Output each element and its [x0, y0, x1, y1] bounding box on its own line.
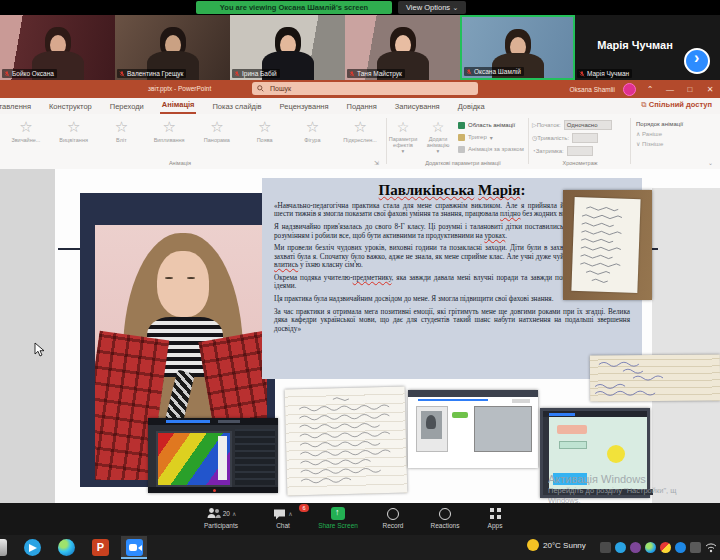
- network-wifi-icon[interactable]: [705, 542, 717, 553]
- record-button[interactable]: Record: [371, 506, 415, 529]
- video-tile[interactable]: Валентина Грещук: [115, 15, 230, 80]
- zoom-app-icon[interactable]: [126, 539, 143, 556]
- participant-name-tag: Бойко Оксана: [2, 69, 57, 78]
- tab-review[interactable]: Рецензування: [278, 102, 331, 111]
- bluetooth-tray-icon[interactable]: [675, 542, 686, 553]
- battery-tray-icon[interactable]: [690, 542, 701, 553]
- video-tile[interactable]: Таня Майструк: [345, 15, 460, 80]
- screenshot-interactive-board[interactable]: [540, 408, 650, 498]
- view-options-label: View Options: [406, 3, 450, 12]
- account-avatar[interactable]: [623, 83, 636, 96]
- reorder-header: Порядок анімації: [636, 119, 716, 129]
- antivirus-tray-icon[interactable]: [660, 542, 671, 553]
- trigger-icon: [458, 134, 465, 141]
- tray-overflow-icon[interactable]: [600, 542, 611, 553]
- titlebar-right: Oksana Shamlii: [569, 80, 716, 98]
- ribbon-tab-bar: Вставлення Конструктор Переходи Анімація…: [0, 98, 720, 115]
- participants-strip: Бойко Оксана Валентина Грещук Ірина Бабі…: [0, 15, 720, 80]
- star-icon: [289, 117, 337, 137]
- animation-style[interactable]: Вліт: [98, 117, 146, 153]
- animation-style[interactable]: Поява: [241, 117, 289, 153]
- painter-icon: [458, 146, 465, 153]
- search-box[interactable]: Пошук: [252, 82, 478, 95]
- video-tile[interactable]: Ірина Бабій: [230, 15, 345, 80]
- animation-style[interactable]: Вицвітання: [50, 117, 98, 153]
- participants-panel-thumbnail: [235, 429, 275, 485]
- video-tile[interactable]: Бойко Оксана: [0, 15, 115, 80]
- tab-view[interactable]: Подання: [345, 102, 379, 111]
- close-button[interactable]: [704, 85, 716, 94]
- share-button[interactable]: Спільний доступ: [641, 100, 712, 110]
- group-label-advanced: Додаткові параметри анімації: [400, 160, 526, 166]
- add-animation-button[interactable]: Додати анімацію▾: [420, 118, 456, 154]
- powerpoint-icon[interactable]: P: [92, 539, 109, 556]
- animation-style[interactable]: Випливання: [145, 117, 193, 153]
- sun-icon: [527, 539, 539, 551]
- chat-badge: 6: [299, 504, 309, 512]
- tab-insert[interactable]: Вставлення: [0, 102, 33, 111]
- animation-style[interactable]: Панорама: [193, 117, 241, 153]
- edge-tray-icon[interactable]: [645, 542, 656, 553]
- participants-count: 20: [223, 510, 230, 517]
- animation-style[interactable]: Підкреслен...: [336, 117, 384, 153]
- animation-gallery: Звичайне... Вицвітання Вліт Випливання П…: [2, 117, 384, 153]
- tab-transitions[interactable]: Переходи: [108, 102, 146, 111]
- move-later-button[interactable]: ∨ Пізніше: [636, 139, 716, 149]
- participants-button[interactable]: 20 ∧ Participants: [185, 506, 257, 529]
- handwritten-note-photo[interactable]: [590, 354, 720, 401]
- next-participants-page-button[interactable]: [684, 48, 710, 74]
- muted-mic-icon: [4, 71, 10, 77]
- participant-name-tag: Марія Чучман: [577, 69, 632, 78]
- telegram-tray-icon[interactable]: [615, 542, 626, 553]
- group-label-animation: Анімація: [0, 160, 360, 166]
- tab-slideshow[interactable]: Показ слайдів: [210, 102, 263, 111]
- participants-icon: [206, 507, 221, 520]
- tab-recording[interactable]: Записування: [393, 102, 442, 111]
- share-screen-button[interactable]: Share Screen: [309, 506, 367, 529]
- document-title: звіт.pptx - PowerPoint: [148, 85, 211, 92]
- ribbon-animations: Звичайне... Вицвітання Вліт Випливання П…: [0, 114, 720, 170]
- view-options-button[interactable]: View Options: [398, 1, 466, 14]
- account-name[interactable]: Oksana Shamlii: [569, 86, 615, 93]
- screenshot-online-lesson[interactable]: [148, 418, 278, 493]
- move-earlier-button[interactable]: ∧ Раніше: [636, 129, 716, 139]
- notebook-photo[interactable]: [563, 190, 652, 300]
- tab-animations[interactable]: Анімація: [160, 98, 197, 114]
- add-animation-icon: [432, 119, 445, 135]
- telegram-icon[interactable]: [24, 539, 41, 556]
- animation-style[interactable]: Звичайне...: [2, 117, 50, 153]
- minimize-button[interactable]: [664, 85, 676, 94]
- collapse-ribbon-icon[interactable]: ⌄: [708, 159, 713, 166]
- viber-tray-icon[interactable]: [630, 542, 641, 553]
- taskbar-weather[interactable]: 20°C Sunny: [527, 539, 586, 551]
- reactions-button[interactable]: Reactions: [419, 506, 471, 529]
- reactions-icon: [439, 508, 451, 520]
- animation-style[interactable]: Фігура: [289, 117, 337, 153]
- tab-help[interactable]: Довідка: [456, 102, 487, 111]
- tab-design[interactable]: Конструктор: [47, 102, 94, 111]
- screenshot-writer-lesson[interactable]: [408, 390, 538, 468]
- participant-name-tag: Таня Майструк: [347, 69, 405, 78]
- edge-browser-icon[interactable]: [58, 539, 75, 556]
- video-tile-active-speaker[interactable]: Оксана Шамлій: [460, 15, 575, 80]
- search-icon: [257, 85, 264, 92]
- lesson-plan-photo[interactable]: [285, 386, 408, 495]
- animation-pane-icon: [458, 122, 465, 129]
- duration-spinner[interactable]: [572, 133, 598, 143]
- restore-button[interactable]: [684, 85, 696, 94]
- chat-button[interactable]: 6 ∧ Chat: [261, 506, 305, 529]
- ribbon-display-options-icon[interactable]: [644, 85, 656, 94]
- yellow-bubble: [607, 445, 625, 463]
- taskbar-icon-partial[interactable]: [0, 539, 7, 556]
- slide-canvas[interactable]: Павликівська Марія: «Навчально-педагогіч…: [0, 169, 720, 503]
- delay-spinner[interactable]: [567, 146, 593, 156]
- dialog-launcher-icon[interactable]: ⇲: [374, 159, 379, 166]
- apps-button[interactable]: Apps: [475, 506, 515, 529]
- effect-options-button[interactable]: Параметри ефектів▾: [388, 118, 418, 154]
- start-dropdown[interactable]: Одночасно: [564, 120, 612, 130]
- handwriting-scribbles: [593, 357, 713, 398]
- star-icon: [193, 117, 241, 137]
- star-icon: [336, 117, 384, 137]
- powerpoint-titlebar: звіт.pptx - PowerPoint Пошук Oksana Sham…: [0, 80, 720, 98]
- zoom-toolbar: 20 ∧ Participants 6 ∧ Chat Share Screen: [0, 503, 720, 535]
